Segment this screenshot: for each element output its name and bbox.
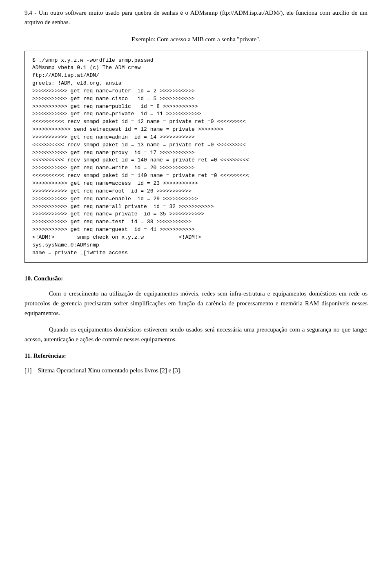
intro-paragraph: 9.4 - Um outro software muito usado para… [24, 8, 368, 27]
reference-item-1: [1] – Sitema Operacional Xinu comentado … [24, 366, 368, 375]
example-line: Exemplo: Com acesso a MIB com a senha "p… [24, 35, 368, 44]
references-section: 11. Referências: [1] – Sitema Operaciona… [24, 352, 368, 375]
section10-paragraph1: Com o crescimento na utilização de equip… [24, 289, 368, 318]
section10-paragraph2: Quando os equipamentos domésticos estive… [24, 325, 368, 344]
code-block: $ ./snmp x.y.z.w -wordfile snmp.passwd A… [24, 51, 368, 263]
section10-heading: 10. Conclusão: [24, 275, 368, 282]
section11-heading: 11. Referências: [24, 352, 368, 359]
